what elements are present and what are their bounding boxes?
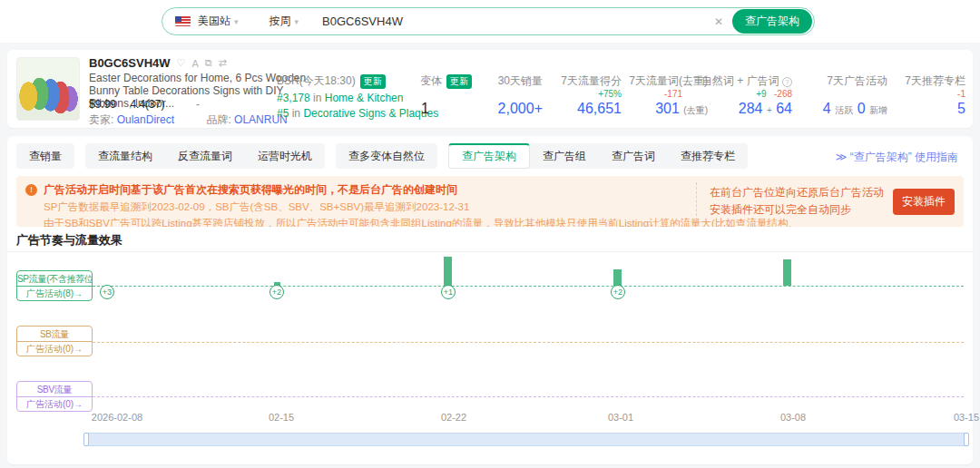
sp-campaign-event-badge[interactable]: +3 xyxy=(100,285,114,299)
tab-ad-words[interactable]: 查广告词 xyxy=(599,143,668,169)
metric-organic-ad-words: 自然词 + 广告词 ? +9 -268 284 + 64 xyxy=(710,50,792,128)
metric-organic-ad-words-header: 自然词 + 广告词 ? xyxy=(701,73,792,89)
period-select[interactable]: 按周 ▾ xyxy=(270,14,299,29)
translate-icon[interactable]: A xyxy=(191,58,198,69)
metric-traffic-score-delta: +75% xyxy=(598,89,622,99)
search-input[interactable]: B0GC6SVH4W xyxy=(322,15,714,28)
rank2-number: #5 xyxy=(277,107,289,120)
sbv-row-label-box: SBV流量 广告活动(0)→ xyxy=(16,381,93,412)
metric-ad-campaigns-value[interactable]: 4 活跃 0 新增 xyxy=(823,101,887,117)
bsr-rank-1[interactable]: #3,178 in Home & Kitchen xyxy=(277,92,438,104)
seller-row: 卖家: OulanDirect 品牌: OLANRUN xyxy=(89,112,288,128)
section-title: 广告节奏与流量效果 xyxy=(16,232,122,249)
notice-line-2: SP广告数据最早追溯到2023-02-09，SB广告(含SB、SBV、SB+SB… xyxy=(44,200,797,214)
tab-reverse-keywords[interactable]: 反查流量词 xyxy=(165,143,245,169)
search-button[interactable]: 查广告架构 xyxy=(732,9,812,34)
metric-variant-value: 1 xyxy=(421,101,429,117)
rank2-in: in xyxy=(292,107,300,120)
sp-timeline xyxy=(93,286,964,287)
metric-rec-columns-header: 7天推荐专栏 xyxy=(905,73,965,89)
bsr-update-badge[interactable]: 更新 xyxy=(360,74,386,89)
site-select[interactable]: 美国站 ▾ xyxy=(198,14,239,29)
sb-row-label-box: SB流量 广告活动(0)→ xyxy=(16,326,93,356)
metric-rec-columns-delta: -1 xyxy=(957,89,965,99)
tab-ad-structure[interactable]: 查广告架构 xyxy=(448,143,530,169)
sbv-campaigns-link[interactable]: 广告活动(0)→ xyxy=(17,397,92,411)
tab-group-1: 查销量 xyxy=(16,143,74,169)
search-pill: 美国站 ▾ 按周 ▾ B0GC6SVH4W ✕ 查广告架构 xyxy=(162,7,815,35)
tab-traffic-structure[interactable]: 查流量结构 xyxy=(85,143,165,169)
metric-sales30-value[interactable]: 2,000+ xyxy=(498,101,543,117)
tab-sales[interactable]: 查销量 xyxy=(16,143,74,169)
top-search-bar: 美国站 ▾ 按周 ▾ B0GC6SVH4W ✕ 查广告架构 xyxy=(0,0,980,43)
axis-tick: 2026-02-08 xyxy=(81,412,153,423)
tab-rec-columns[interactable]: 查推荐专栏 xyxy=(668,143,748,169)
dedupe-suffix: (去重) xyxy=(683,105,708,115)
price: $9.99 xyxy=(89,98,116,111)
metric-traffic-score-value[interactable]: 46,651 xyxy=(577,101,622,117)
sb-traffic-label: SB流量 xyxy=(17,327,92,342)
empty-value: - xyxy=(196,98,200,111)
sp-traffic-bar[interactable] xyxy=(613,269,622,286)
tab-time-machine[interactable]: 运营时光机 xyxy=(245,143,325,169)
usage-guide-link[interactable]: ≫ “查广告架构” 使用指南 xyxy=(836,150,958,165)
product-image[interactable] xyxy=(16,57,80,121)
bsr-rank-2[interactable]: #5 in Decorative Signs & Plaques xyxy=(277,107,438,120)
sp-campaign-event-badge[interactable]: +2 xyxy=(270,285,284,299)
favorite-icon[interactable]: ♡ xyxy=(177,57,186,69)
tab-variant-organic[interactable]: 查多变体自然位 xyxy=(336,143,437,169)
seller-link[interactable]: OulanDirect xyxy=(117,113,174,126)
sp-campaign-event-badge[interactable]: +2 xyxy=(611,285,625,299)
axis-tick: 03-15 xyxy=(930,412,980,423)
metric-organic-ad-words-deltas: +9 -268 xyxy=(756,89,792,99)
notice-side-panel: 在前台广告位逆向还原后台广告活动 安装插件还可以完全自动同步 安装插件 xyxy=(696,182,955,220)
sb-timeline xyxy=(93,342,964,343)
brush-handle-left[interactable] xyxy=(83,433,89,446)
sbv-timeline xyxy=(93,396,964,397)
product-card: B0GC6SVH4W ♡ A ⧉ ⇄ Easter Decorations fo… xyxy=(7,50,973,128)
chevron-down-icon: ▾ xyxy=(295,17,299,26)
double-chevron-icon: ≫ xyxy=(836,151,848,163)
sb-campaigns-link[interactable]: 广告活动(0)→ xyxy=(17,342,92,356)
metric-traffic-words-delta: -171 xyxy=(664,89,682,99)
sp-traffic-bar[interactable] xyxy=(444,257,452,286)
sp-campaign-event-badge[interactable]: +1 xyxy=(441,285,456,299)
metric-traffic-score: 7天流量得分 +75% 46,651 xyxy=(544,50,622,128)
main-card: 查销量 查流量结构 反查流量词 运营时光机 查多变体自然位 查广告架构 查广告组… xyxy=(7,136,973,464)
asin-text: B0GC6SVH4W xyxy=(89,56,171,70)
metric-traffic-words-value[interactable]: 301 (去重) xyxy=(655,101,708,117)
notice-line-3: 由于SB和SBV广告可以跨Listing甚至跨店铺投放，所以广告活动中可能包含非… xyxy=(44,217,797,227)
info-icon[interactable]: ? xyxy=(782,77,792,87)
install-plugin-button[interactable]: 安装插件 xyxy=(893,189,955,215)
clear-search-icon[interactable]: ✕ xyxy=(714,15,723,28)
metric-rec-columns-value[interactable]: 5 xyxy=(957,101,965,117)
sp-campaigns-link[interactable]: 广告活动(8)→ xyxy=(17,287,92,300)
sbv-traffic-label: SBV流量 xyxy=(17,382,92,397)
axis-tick: 03-08 xyxy=(757,412,829,423)
brush-handle-right[interactable] xyxy=(964,433,969,446)
notice-banner: ! 广告活动开启时间基于该广告首次在搜索页获得曝光的时间，不是后台广告的创建时间… xyxy=(16,176,964,227)
rank1-category-link[interactable]: Home & Kitchen xyxy=(325,92,404,104)
metric-ad-campaigns-header: 7天广告活动 xyxy=(827,73,887,89)
price-row: $9.99 4.4(37) xyxy=(89,98,164,111)
seller-label: 卖家: xyxy=(89,113,113,126)
sp-traffic-label: SP流量(不含推荐位) xyxy=(17,271,92,287)
tab-ad-groups[interactable]: 查广告组 xyxy=(530,143,599,169)
tab-group-4: 查广告架构 查广告组 查广告词 查推荐专栏 xyxy=(448,143,748,169)
timeline-brush[interactable] xyxy=(83,433,969,446)
rank2-category-link[interactable]: Decorative Signs & Plaques xyxy=(303,107,438,120)
sp-traffic-bar[interactable] xyxy=(783,259,791,286)
metric-rec-columns: 7天推荐专栏 -1 5 xyxy=(892,50,965,128)
period-select-value: 按周 xyxy=(270,14,291,29)
us-flag-icon xyxy=(175,16,191,26)
metric-traffic-words: 7天流量词(去重) -171 301 (去重) xyxy=(626,50,708,128)
compare-icon[interactable]: ⇄ xyxy=(219,57,227,69)
metric-traffic-words-header: 7天流量词(去重) xyxy=(629,73,708,89)
metric-organic-ad-words-value[interactable]: 284 + 64 xyxy=(739,101,792,117)
bsr-column: BSR(今天18:30)更新 #3,178 in Home & Kitchen … xyxy=(277,73,438,120)
copy-icon[interactable]: ⧉ xyxy=(205,57,212,69)
rank1-number: #3,178 xyxy=(277,92,310,104)
notice-side-text: 在前台广告位逆向还原后台广告活动 安装插件还可以完全自动同步 xyxy=(710,184,884,219)
chevron-down-icon: ▾ xyxy=(234,17,239,26)
axis-tick: 02-22 xyxy=(417,412,490,423)
